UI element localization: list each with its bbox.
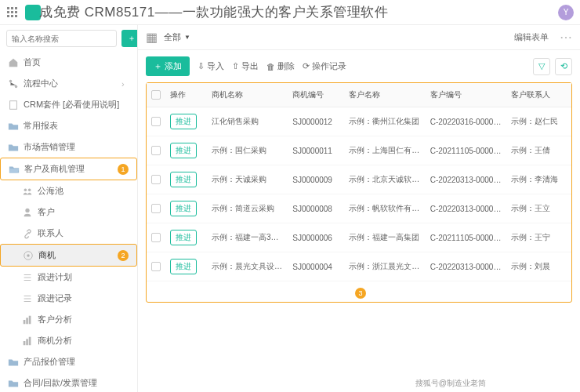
annotation-badge: 2 (118, 250, 129, 261)
sidebar-item-14[interactable]: 产品报价管理 (0, 351, 137, 372)
trash-icon: 🗑 (266, 62, 275, 71)
sidebar-item-4[interactable]: 市场营销管理 (0, 136, 137, 158)
cell-name: 江化销售采购 (207, 107, 288, 136)
promote-button[interactable]: 推进 (170, 230, 197, 245)
column-header-4[interactable]: 客户编号 (426, 83, 506, 107)
promote-button[interactable]: 推进 (170, 114, 197, 129)
sidebar-item-6[interactable]: 公海池 (0, 180, 137, 201)
svg-point-16 (27, 254, 30, 257)
svg-rect-18 (26, 318, 28, 324)
promote-button[interactable]: 推进 (170, 259, 197, 274)
filter-button[interactable]: ▽ (533, 58, 550, 75)
topbar: Y (0, 0, 580, 25)
cell-customer: 示例：浙江晨光文具... (344, 252, 425, 281)
sidebar-item-0[interactable]: 首页 (0, 52, 137, 73)
promote-button[interactable]: 推进 (170, 201, 197, 216)
cell-code: SJ0000012 (288, 107, 344, 136)
apps-grid-icon[interactable] (6, 6, 19, 19)
sidebar-item-label: 联系人 (38, 227, 129, 239)
sidebar-item-10[interactable]: 跟进计划 (0, 267, 137, 288)
table-row[interactable]: 推进 示例：福建一高3月订单 SJ0000006 示例：福建一高集团 C-202… (147, 223, 571, 252)
svg-point-14 (25, 208, 29, 212)
svg-rect-6 (7, 15, 9, 17)
target-icon (23, 250, 34, 261)
sidebar-item-label: 合同/回款/发票管理 (24, 377, 129, 389)
row-checkbox[interactable] (151, 262, 161, 271)
home-icon (8, 57, 19, 68)
table-row[interactable]: 推进 江化销售采购 SJ0000012 示例：衢州江化集团 C-20220316… (147, 107, 571, 136)
row-checkbox[interactable] (151, 175, 161, 184)
folder-icon (8, 142, 19, 153)
table-row[interactable]: 推进 示例：国仁采购 SJ0000011 示例：上海国仁有限... C-2021… (147, 136, 571, 165)
list-icon (22, 293, 33, 304)
more-icon[interactable]: ⋯ (560, 30, 572, 45)
sidebar-item-12[interactable]: 客户分析 (0, 309, 137, 330)
table-row[interactable]: 推进 示例：天诚采购 SJ0000009 示例：北京天诚软件... C-2022… (147, 165, 571, 194)
svg-rect-17 (24, 320, 26, 324)
data-table: 操作商机名称商机编号客户名称客户编号客户联系人 推进 江化销售采购 SJ0000… (147, 83, 571, 281)
sidebar-item-9[interactable]: 商机 2 (0, 244, 137, 267)
add-button[interactable]: ＋ 添加 (146, 56, 190, 76)
cell-customer-code: C-20211105-0000001 (426, 136, 506, 165)
column-header-5[interactable]: 客户联系人 (506, 83, 571, 107)
row-checkbox[interactable] (151, 117, 161, 126)
sidebar-item-1[interactable]: 流程中心 › (0, 73, 137, 94)
link-icon (22, 228, 33, 239)
chevron-right-icon: › (121, 79, 129, 89)
column-header-1[interactable]: 商机名称 (207, 83, 288, 107)
svg-rect-21 (26, 339, 28, 345)
column-header-0[interactable]: 操作 (165, 83, 207, 107)
export-button[interactable]: ⇧导出 (232, 60, 259, 72)
chevron-down-icon: ▼ (184, 34, 190, 41)
sidebar-item-15[interactable]: 合同/回款/发票管理 (0, 372, 137, 392)
folder-icon (8, 378, 19, 389)
table-row[interactable]: 推进 示例：简道云采购 SJ0000008 示例：帆软软件有限公司 C-2022… (147, 194, 571, 223)
sidebar-item-7[interactable]: 客户 (0, 201, 137, 223)
delete-button[interactable]: 🗑删除 (266, 60, 295, 72)
cell-customer-code: C-20220313-0000003 (426, 194, 506, 223)
app-logo-icon[interactable] (25, 5, 41, 20)
cell-customer: 示例：福建一高集团 (344, 223, 425, 252)
refresh-button[interactable]: ⟲ (555, 58, 572, 75)
sidebar-item-3[interactable]: 常用报表 (0, 115, 137, 136)
column-header-3[interactable]: 客户名称 (344, 83, 425, 107)
new-button[interactable]: ＋ 新建 (121, 30, 138, 47)
annotation-badge: 1 (118, 164, 129, 175)
svg-rect-7 (11, 15, 13, 17)
sidebar-item-label: 客户分析 (38, 314, 129, 325)
svg-rect-8 (15, 15, 17, 17)
cell-contact: 示例：李清海 (506, 165, 571, 194)
svg-rect-2 (15, 7, 17, 9)
cell-name: 示例：天诚采购 (207, 165, 288, 194)
promote-button[interactable]: 推进 (170, 172, 197, 187)
clock-icon: ⟳ (303, 61, 310, 71)
grid-icon: ▦ (146, 30, 158, 45)
row-checkbox[interactable] (151, 233, 161, 242)
row-checkbox[interactable] (151, 146, 161, 155)
search-input[interactable] (6, 30, 117, 47)
svg-rect-0 (7, 7, 9, 9)
select-all-checkbox[interactable] (151, 90, 161, 100)
sidebar-item-label: 跟进记录 (38, 292, 129, 304)
chart-icon (22, 336, 33, 347)
user-avatar[interactable]: Y (558, 5, 574, 20)
chart-icon (22, 314, 33, 325)
column-header-2[interactable]: 商机编号 (288, 83, 344, 107)
promote-button[interactable]: 推进 (170, 143, 197, 158)
edit-form-button[interactable]: 编辑表单 (514, 31, 549, 43)
view-dropdown[interactable]: 全部 ▼ (164, 31, 190, 43)
table-row[interactable]: 推进 示例：晨光文具设备... SJ0000004 示例：浙江晨光文具... C… (147, 252, 571, 281)
sidebar-item-13[interactable]: 商机分析 (0, 330, 137, 351)
annotation-badge-3: 3 (355, 288, 366, 299)
cell-customer: 示例：衢州江化集团 (344, 107, 425, 136)
sidebar-item-5[interactable]: 客户及商机管理 1 (0, 158, 137, 180)
sidebar-item-label: 商机 (38, 249, 114, 261)
row-checkbox[interactable] (151, 204, 161, 213)
import-button[interactable]: ⇩导入 (198, 60, 224, 72)
cell-code: SJ0000004 (288, 252, 344, 281)
sidebar-item-2[interactable]: CRM套件 [必看使用说明] (0, 94, 137, 115)
sidebar-item-11[interactable]: 跟进记录 (0, 288, 137, 309)
sidebar-item-8[interactable]: 联系人 (0, 223, 137, 244)
cell-code: SJ0000006 (288, 223, 344, 252)
ops-log-button[interactable]: ⟳操作记录 (303, 60, 346, 72)
